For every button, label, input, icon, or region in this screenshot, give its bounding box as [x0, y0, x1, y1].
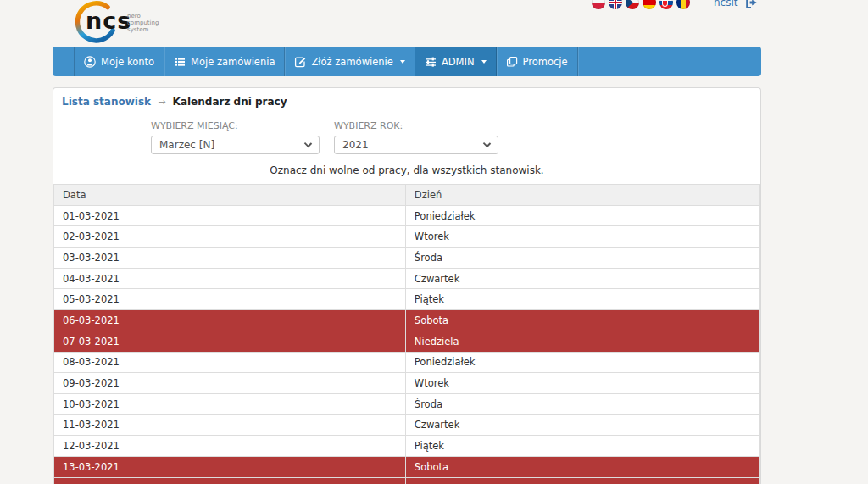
table-row[interactable]: 09-03-2021 Wtorek — [54, 373, 760, 394]
nav-item-label: Moje zamówienia — [191, 56, 275, 68]
date-cell: 12-03-2021 — [54, 436, 406, 457]
date-cell — [54, 477, 406, 484]
chevron-down-icon — [483, 139, 491, 147]
date-cell: 11-03-2021 — [54, 414, 406, 436]
germany-flag[interactable] — [643, 0, 656, 9]
logo-tagline: nero computing system — [127, 13, 159, 33]
logo-text: ncs — [86, 8, 131, 34]
year-label: WYBIERZ ROK: — [334, 120, 498, 131]
day-cell: Niedziela — [405, 331, 760, 352]
year-field-group: WYBIERZ ROK: 2021 — [334, 120, 498, 154]
romania-flag[interactable] — [676, 0, 690, 9]
nav-item-moje-zamowienia[interactable]: Moje zamówienia — [164, 47, 285, 76]
table-row[interactable]: 08-03-2021 Poniedziałek — [54, 352, 760, 373]
czech-flag[interactable] — [626, 0, 639, 9]
date-cell: 05-03-2021 — [54, 289, 406, 310]
day-cell: Środa — [405, 393, 760, 414]
table-row[interactable]: 13-03-2021 Sobota — [54, 456, 760, 477]
date-cell: 03-03-2021 — [54, 248, 406, 269]
date-cell: 07-03-2021 — [54, 331, 406, 352]
table-row[interactable]: 07-03-2021 Niedziela — [54, 331, 760, 352]
table-row[interactable]: 12-03-2021 Piątek — [54, 436, 760, 457]
nav-home-spacer — [53, 47, 75, 76]
nav-item-label: Moje konto — [101, 56, 154, 68]
chevron-down-icon — [304, 139, 312, 147]
nav-item-promocje[interactable]: Promocje — [497, 47, 578, 76]
date-cell: 02-03-2021 — [54, 226, 406, 248]
month-field-group: WYBIERZ MIESIĄC: Marzec [N] — [151, 120, 320, 154]
day-cell — [405, 477, 760, 484]
language-user-bar: ncsit — [592, 0, 760, 9]
breadcrumb-link-lista-stanowisk[interactable]: Lista stanowisk — [62, 96, 151, 108]
day-cell: Wtorek — [405, 373, 760, 394]
table-row[interactable]: 01-03-2021 Poniedziałek — [54, 205, 760, 226]
nav-item-zloz-zamowienie[interactable]: Złóż zamówienie — [285, 47, 415, 76]
workday-calendar-table: Data Dzień 01-03-2021 Poniedziałek 02-03… — [53, 184, 760, 484]
table-row[interactable]: 03-03-2021 Środa — [54, 248, 760, 269]
table-row[interactable]: 05-03-2021 Piątek — [54, 289, 760, 310]
list-icon — [174, 56, 186, 68]
calendar-filter-form: WYBIERZ MIESIĄC: Marzec [N] WYBIERZ ROK:… — [53, 120, 760, 154]
day-cell: Poniedziałek — [405, 205, 760, 226]
ncs-logo[interactable]: ncs nero computing system — [75, 0, 210, 47]
slovakia-flag[interactable] — [659, 0, 673, 9]
year-select-value: 2021 — [342, 139, 369, 151]
copy-icon — [506, 56, 518, 68]
day-cell: Wtorek — [405, 226, 760, 248]
column-header-dzien: Dzień — [405, 185, 760, 206]
caret-down-icon — [400, 60, 405, 64]
content-panel: Lista stanowisk → Kalendarz dni pracy WY… — [53, 87, 761, 484]
day-cell: Sobota — [405, 456, 760, 477]
month-select[interactable]: Marzec [N] — [151, 136, 320, 154]
date-cell: 01-03-2021 — [54, 205, 406, 226]
uk-flag[interactable] — [609, 0, 622, 9]
table-row[interactable]: 06-03-2021 Sobota — [54, 310, 760, 331]
page-title: Kalendarz dni pracy — [173, 96, 287, 108]
date-cell: 09-03-2021 — [54, 373, 406, 394]
date-cell: 13-03-2021 — [54, 456, 406, 477]
date-cell: 10-03-2021 — [54, 393, 406, 414]
table-row[interactable]: 02-03-2021 Wtorek — [54, 226, 760, 248]
nav-item-admin[interactable]: ADMIN — [415, 47, 497, 76]
caret-down-icon — [481, 60, 487, 64]
day-cell: Poniedziałek — [405, 352, 760, 373]
table-header-row: Data Dzień — [54, 185, 760, 206]
date-cell: 06-03-2021 — [54, 310, 406, 331]
table-body: 01-03-2021 Poniedziałek 02-03-2021 Wtore… — [54, 205, 760, 484]
day-cell: Czwartek — [405, 414, 760, 436]
column-header-data: Data — [54, 185, 406, 206]
date-cell: 08-03-2021 — [54, 352, 406, 373]
month-select-value: Marzec [N] — [159, 139, 214, 151]
table-row[interactable]: 11-03-2021 Czwartek — [54, 414, 760, 436]
instruction-note: Oznacz dni wolne od pracy, dla wszystkic… — [53, 164, 760, 176]
nav-item-label: ADMIN — [442, 56, 475, 68]
day-cell: Sobota — [405, 310, 760, 331]
nav-item-label: Złóż zamówienie — [311, 56, 392, 68]
breadcrumb-separator: → — [154, 97, 169, 108]
day-cell: Piątek — [405, 436, 760, 457]
date-cell: 04-03-2021 — [54, 268, 406, 289]
nav-item-moje-konto[interactable]: Moje konto — [75, 47, 164, 76]
main-navbar: Moje konto Moje zamówienia Złóż zamówien… — [53, 47, 761, 76]
breadcrumb: Lista stanowisk → Kalendarz dni pracy — [53, 88, 760, 108]
sliders-icon — [425, 56, 437, 68]
poland-flag[interactable] — [592, 0, 605, 9]
top-header: ncs nero computing system ncsit — [0, 0, 868, 47]
table-row[interactable] — [54, 477, 760, 484]
edit-icon — [294, 56, 306, 68]
nav-item-label: Promocje — [523, 56, 568, 68]
table-row[interactable]: 10-03-2021 Środa — [54, 393, 760, 414]
day-cell: Czwartek — [405, 268, 760, 289]
user-icon — [84, 56, 96, 68]
table-row[interactable]: 04-03-2021 Czwartek — [54, 268, 760, 289]
day-cell: Środa — [405, 248, 760, 269]
day-cell: Piątek — [405, 289, 760, 310]
username-link[interactable]: ncsit — [714, 0, 738, 8]
logout-icon[interactable] — [744, 0, 760, 9]
year-select[interactable]: 2021 — [334, 136, 498, 154]
month-label: WYBIERZ MIESIĄC: — [151, 120, 320, 131]
